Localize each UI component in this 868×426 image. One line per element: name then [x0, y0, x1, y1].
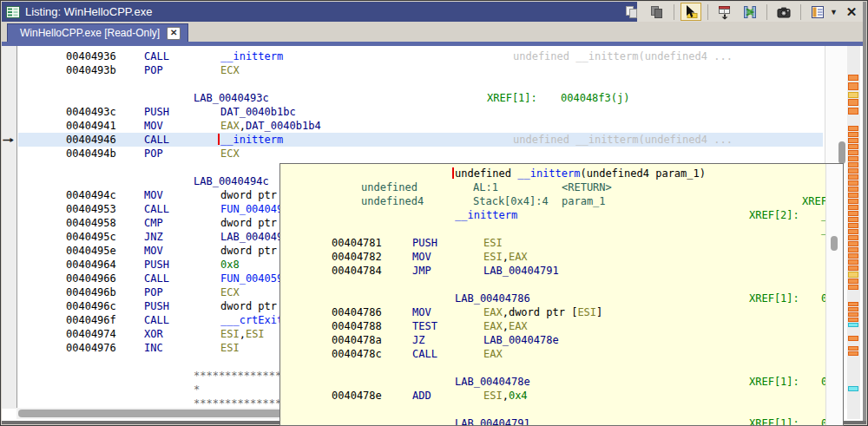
token-var: Stack[0x4]:4 [473, 195, 549, 207]
token-reg: ECX [220, 64, 240, 76]
code-line[interactable]: 00404936CALL__inittermundefined __initte… [18, 49, 823, 63]
code-line[interactable]: undefined4Stack[0x4]:4param_1XREF [281, 194, 841, 208]
token-reg: ESI [483, 237, 503, 249]
token-dat: DAT_0040b1bc [220, 106, 296, 118]
change-marker [848, 138, 858, 143]
change-marker [848, 156, 858, 161]
token-mn: JZ [412, 334, 424, 346]
expand-fields-icon[interactable] [714, 3, 735, 21]
token-addr: 00404974 [66, 328, 116, 340]
token-dim: undefined __initterm(undefined4 ... [513, 50, 733, 62]
change-marker [848, 168, 858, 174]
titlebar-drag-area[interactable]: Listing: WinHelloCPP.exe [2, 2, 637, 22]
label-line[interactable]: LAB_00404786XREF[1]:0 [281, 292, 841, 305]
code-line[interactable]: 00404784JMPLAB_00404791 [281, 264, 841, 278]
token-mn: JNZ [144, 231, 163, 243]
token-addr: 00404788 [332, 320, 382, 332]
change-marker [848, 247, 858, 252]
token-addr: 00404946 [66, 134, 116, 146]
label-line[interactable]: LAB_0040478eXREF[1]:0 [281, 375, 841, 389]
clone-window-icon[interactable] [807, 3, 828, 21]
token-dat: LAB_004049 [220, 231, 283, 243]
token-reg: EAX [509, 251, 528, 263]
code-line[interactable]: __inittermXREF[2]:_ [281, 208, 841, 222]
token-com: * [194, 383, 200, 396]
token-addr: 0040496f [66, 314, 116, 326]
change-marker [848, 307, 858, 311]
change-marker [848, 180, 858, 186]
token-lab: LAB_0040493c [194, 92, 269, 104]
code-line[interactable]: 0040478aJZLAB_0040478e [281, 333, 841, 347]
token-fun: __initterm [455, 209, 517, 221]
code-line[interactable]: undefinedAL:1<RETURN> [281, 180, 841, 194]
token-xr: XREF[1]: [749, 417, 799, 425]
token-pln: , [503, 320, 509, 332]
close-icon[interactable]: ✕ [842, 4, 861, 20]
code-line[interactable]: 0040493bPOPECX [18, 63, 823, 77]
tab-winhellocpp[interactable]: WinHelloCPP.exe [Read-Only] ✕ [7, 23, 188, 42]
token-mn: MOV [144, 189, 163, 201]
code-line[interactable]: 0040478cCALLEAX [281, 347, 841, 361]
token-mn: CALL [144, 50, 169, 62]
marker-gutter [2, 46, 17, 409]
code-line[interactable]: 00404786MOVEAX,dword ptr [ESI] [281, 305, 841, 319]
function-signature[interactable]: undefined __initterm(undefined4 param_1) [281, 167, 841, 180]
token-reg: EAX [509, 320, 528, 332]
window-title: Listing: WinHelloCPP.exe [25, 5, 152, 18]
token-addr: 0040495e [66, 245, 116, 257]
token-dat: LAB_00404791 [483, 265, 559, 277]
diff-view-icon[interactable] [740, 3, 760, 21]
token-dat: DAT_0040b1b4 [246, 120, 321, 132]
token-mn: CALL [144, 203, 169, 215]
popup-scrollbar[interactable] [825, 164, 843, 425]
toolbar-separator [674, 4, 674, 20]
token-fun: FUN_004059 [220, 272, 283, 285]
label-line[interactable]: LAB_0040493cXREF[1]:004048f3(j) [18, 91, 823, 105]
token-addr: 00404976 [66, 342, 116, 354]
code-line[interactable]: 00404781PUSHESI [281, 236, 841, 250]
change-marker [848, 336, 858, 341]
popup-scrollbar-thumb[interactable] [831, 236, 838, 251]
change-marker [848, 187, 858, 192]
chevron-down-icon[interactable]: ▼ [830, 8, 838, 16]
code-line[interactable]: 0040478eADDESI,0x4 [281, 389, 841, 403]
token-addr: 00404781 [332, 237, 382, 249]
token-mn: PUSH [144, 259, 169, 271]
overview-change-margin[interactable] [847, 46, 860, 419]
token-mn: CALL [144, 134, 169, 146]
tab-close-icon[interactable]: ✕ [167, 27, 181, 40]
change-marker [848, 99, 858, 106]
change-marker [848, 199, 858, 204]
code-line[interactable]: 00404788TESTEAX,EAX [281, 319, 841, 333]
current-line[interactable]: 00404946CALL__inittermundefined __initte… [18, 133, 823, 147]
change-marker [848, 126, 858, 131]
token-var: undefined [361, 181, 418, 193]
token-mn: MOV [144, 120, 163, 132]
code-line[interactable]: 00404782MOVESI,EAX [281, 250, 841, 264]
code-line[interactable]: 0040493cPUSHDAT_0040b1bc [18, 105, 823, 119]
token-mn: CALL [412, 348, 437, 360]
token-addr: 0040495c [66, 231, 116, 243]
code-line[interactable]: 0040494bPOPECX [18, 147, 823, 161]
change-marker [848, 92, 858, 98]
token-addr: 00404936 [66, 50, 116, 62]
token-var: AL:1 [473, 181, 498, 193]
token-pln: dword ptr [220, 217, 277, 229]
change-marker [848, 302, 858, 306]
paste-icon[interactable] [647, 3, 667, 21]
token-com: ************** [194, 370, 281, 382]
titlebar[interactable]: Listing: WinHelloCPP.exe [2, 2, 863, 22]
label-line[interactable]: LAB_00404791XREF[1]:0 [281, 416, 841, 425]
cursor-location-icon[interactable] [681, 3, 701, 21]
popup-disassembly[interactable]: undefined __initterm(undefined4 param_1)… [280, 164, 843, 425]
change-marker [848, 285, 858, 290]
code-line[interactable]: _ [281, 222, 841, 236]
token-pln: ] [596, 306, 602, 318]
snapshot-icon[interactable] [773, 3, 794, 21]
token-lab: LAB_00404786 [455, 292, 530, 305]
change-marker [848, 265, 858, 271]
copy-icon[interactable] [621, 3, 642, 21]
vertical-scrollbar-thumb[interactable] [838, 141, 845, 164]
token-addr: 0040496c [66, 300, 116, 312]
code-line[interactable]: 00404941MOVEAX,DAT_0040b1b4 [18, 119, 823, 133]
